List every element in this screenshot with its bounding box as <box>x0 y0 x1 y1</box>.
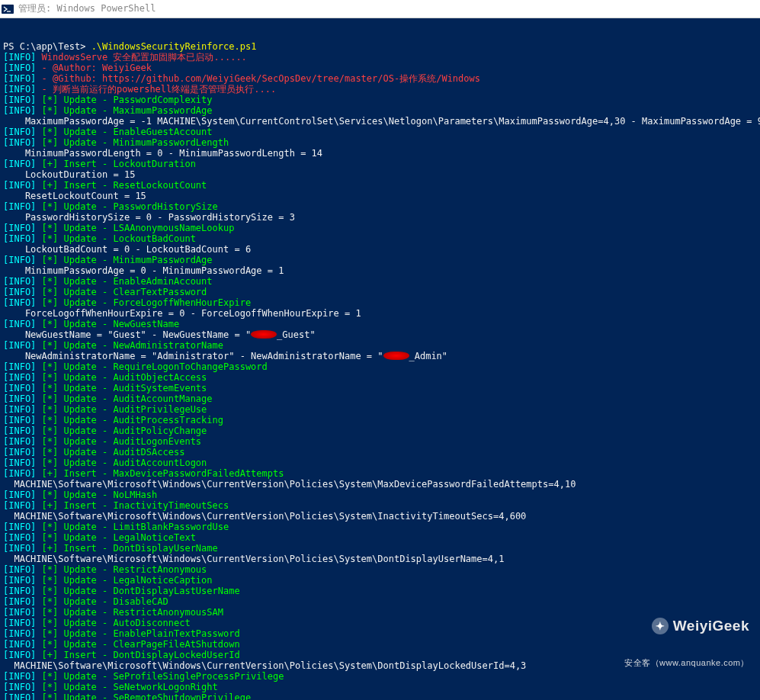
output-line: [INFO] [*] Update - ClearTextPassword <box>3 287 757 297</box>
info-tag: [INFO] <box>3 361 42 372</box>
output-line: MACHINE\Software\Microsoft\Windows\Curre… <box>3 660 757 671</box>
info-tag: [INFO] <box>3 682 42 692</box>
output-line: LockoutDuration = 15 <box>3 169 757 180</box>
detail-text: MinimumPasswordLength = 0 - MinimumPassw… <box>3 148 322 159</box>
output-line: [INFO] WindowsServe 安全配置加固脚本已启动...... <box>3 52 757 63</box>
info-tag: [INFO] <box>3 233 42 244</box>
output-line: [INFO] [*] Update - PasswordComplexity <box>3 95 757 105</box>
output-line: [INFO] [*] Update - SeRemoteShutdownPriv… <box>3 692 757 700</box>
detail-text: MACHINE\Software\Microsoft\Windows\Curre… <box>3 479 576 490</box>
update-entry: [*] Update - LockoutBadCount <box>42 233 196 244</box>
detail-text: MinimumPasswordAge = 0 - MinimumPassword… <box>3 265 284 276</box>
info-tag: [INFO] <box>3 650 42 660</box>
output-line: [INFO] [+] Insert - MaxDevicePasswordFai… <box>3 468 757 479</box>
output-line: [INFO] [*] Update - AuditSystemEvents <box>3 383 757 393</box>
update-entry: [*] Update - AutoDisconnect <box>42 618 191 628</box>
info-tag: [INFO] <box>3 73 42 84</box>
powershell-icon <box>2 3 14 15</box>
info-tag: [INFO] <box>3 105 42 116</box>
output-line: [INFO] [+] Insert - DontDisplayLockedUse… <box>3 650 757 660</box>
info-tag: [INFO] <box>3 468 42 479</box>
terminal-output[interactable]: PS C:\app\Test> .\WindowsSecurityReinfor… <box>0 18 760 700</box>
output-line: MinimumPasswordLength = 0 - MinimumPassw… <box>3 148 757 159</box>
info-tag: [INFO] <box>3 180 42 191</box>
output-line: [INFO] [*] Update - LimitBlankPasswordUs… <box>3 522 757 532</box>
update-entry: [*] Update - EnableAdminAccount <box>42 276 213 287</box>
output-line: [INFO] [+] Insert - DontDisplayUserName <box>3 543 757 554</box>
info-tag: [INFO] <box>3 297 42 308</box>
detail-text: MACHINE\Software\Microsoft\Windows\Curre… <box>3 511 526 522</box>
info-tag: [INFO] <box>3 201 42 212</box>
info-tag: [INFO] <box>3 575 42 586</box>
output-line: MinimumPasswordAge = 0 - MinimumPassword… <box>3 265 757 276</box>
detail-text: ResetLockoutCount = 15 <box>3 191 146 201</box>
update-entry: [*] Update - ClearPageFileAtShutdown <box>42 639 240 650</box>
info-tag: [INFO] <box>3 415 42 425</box>
output-line: [INFO] [*] Update - AuditLogonEvents <box>3 436 757 447</box>
update-entry: [*] Update - LimitBlankPasswordUse <box>42 522 229 532</box>
insert-entry: [+] Insert - LockoutDuration <box>42 159 196 169</box>
update-entry: [*] Update - PasswordHistorySize <box>42 201 218 212</box>
output-line: [INFO] [*] Update - EnablePlainTextPassw… <box>3 628 757 639</box>
detail-text: _Guest" <box>277 329 316 340</box>
update-entry: [*] Update - LSAAnonymousNameLookup <box>42 223 235 233</box>
info-tag: [INFO] <box>3 95 42 105</box>
info-tag: [INFO] <box>3 393 42 404</box>
output-line: ResetLockoutCount = 15 <box>3 191 757 201</box>
detail-text: MACHINE\Software\Microsoft\Windows\Curre… <box>3 660 526 671</box>
info-tag: [INFO] <box>3 607 42 618</box>
info-tag: [INFO] <box>3 372 42 383</box>
detail-text: LockoutBadCount = 0 - LockoutBadCount = … <box>3 244 251 255</box>
info-message: - @Github: https://github.com/WeiyiGeek/… <box>42 73 480 84</box>
update-entry: [*] Update - SeNetworkLogonRight <box>42 682 218 692</box>
output-line: [INFO] [*] Update - NoLMHash <box>3 490 757 500</box>
redaction-mark <box>383 352 409 360</box>
window-title: 管理员: Windows PowerShell <box>18 2 156 15</box>
info-tag: [INFO] <box>3 84 42 95</box>
detail-text: LockoutDuration = 15 <box>3 169 135 180</box>
update-entry: [*] Update - ForceLogoffWhenHourExpire <box>42 297 252 308</box>
output-line: [INFO] - @Author: WeiyiGeek <box>3 63 757 73</box>
title-bar[interactable]: 管理员: Windows PowerShell <box>0 0 760 18</box>
output-line: [INFO] - @Github: https://github.com/Wei… <box>3 73 757 84</box>
update-entry: [*] Update - AuditObjectAccess <box>42 372 207 383</box>
output-line: [INFO] [*] Update - LSAAnonymousNameLook… <box>3 223 757 233</box>
detail-text: MaximumPasswordAge = -1 MACHINE\System\C… <box>3 116 760 127</box>
update-entry: [*] Update - AuditAccountLogon <box>42 458 207 468</box>
info-tag: [INFO] <box>3 458 42 468</box>
update-entry: [*] Update - AuditProcessTracking <box>42 415 223 425</box>
output-line: [INFO] [*] Update - RestrictAnonymous <box>3 564 757 575</box>
insert-entry: [+] Insert - InactivityTimeoutSecs <box>42 500 229 511</box>
update-entry: [*] Update - RestrictAnonymousSAM <box>42 607 223 618</box>
info-tag: [INFO] <box>3 383 42 393</box>
output-line: [INFO] [*] Update - PasswordHistorySize <box>3 201 757 212</box>
info-tag: [INFO] <box>3 522 42 532</box>
info-tag: [INFO] <box>3 692 42 700</box>
info-tag: [INFO] <box>3 671 42 682</box>
info-message: - 判断当前运行的powershell终端是否管理员执行.... <box>42 84 277 95</box>
info-tag: [INFO] <box>3 137 42 148</box>
output-line: [INFO] [*] Update - SeProfileSingleProce… <box>3 671 757 682</box>
info-tag: [INFO] <box>3 287 42 297</box>
prompt-line: PS C:\app\Test> .\WindowsSecurityReinfor… <box>3 41 757 52</box>
info-tag: [INFO] <box>3 436 42 447</box>
output-line: PasswordHistorySize = 0 - PasswordHistor… <box>3 212 757 223</box>
update-entry: [*] Update - RequireLogonToChangePasswor… <box>42 361 268 372</box>
insert-entry: [+] Insert - DontDisplayUserName <box>42 543 218 554</box>
output-line: NewAdministratorName = "Administrator" -… <box>3 351 757 361</box>
insert-entry: [+] Insert - DontDisplayLockedUserId <box>42 650 240 660</box>
output-line: [INFO] [*] Update - AuditAccountManage <box>3 393 757 404</box>
info-tag: [INFO] <box>3 639 42 650</box>
info-tag: [INFO] <box>3 596 42 607</box>
output-line: [INFO] [*] Update - DisableCAD <box>3 596 757 607</box>
info-message: WindowsServe 安全配置加固脚本已启动...... <box>42 52 247 63</box>
info-tag: [INFO] <box>3 159 42 169</box>
update-entry: [*] Update - RestrictAnonymous <box>42 564 207 575</box>
info-tag: [INFO] <box>3 564 42 575</box>
output-line: [INFO] [*] Update - AuditPrivilegeUse <box>3 404 757 415</box>
info-tag: [INFO] <box>3 490 42 500</box>
redaction-mark <box>251 330 277 339</box>
update-entry: [*] Update - LegalNoticeText <box>42 532 196 543</box>
output-line: [INFO] [*] Update - SeNetworkLogonRight <box>3 682 757 692</box>
output-line: [INFO] [*] Update - RestrictAnonymousSAM <box>3 607 757 618</box>
